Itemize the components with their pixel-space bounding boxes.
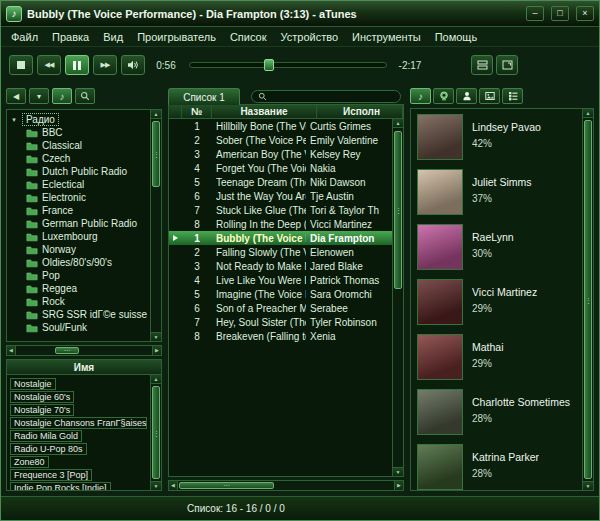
search-input[interactable] <box>271 91 394 101</box>
close-button[interactable]: × <box>576 6 594 21</box>
scroll-up-arrow[interactable]: ▲ <box>151 110 161 119</box>
scrollbar-thumb[interactable] <box>394 131 402 289</box>
scroll-down-arrow[interactable]: ▼ <box>583 481 593 490</box>
playlist-row[interactable]: 4 Live Like You Were Dying ... Patrick T… <box>169 273 392 287</box>
tree-item-station[interactable]: Norway <box>10 243 148 256</box>
playlist-vertical-scrollbar[interactable]: ▲ ▼ <box>392 119 403 476</box>
stop-button[interactable] <box>9 55 33 75</box>
radio-station-item[interactable]: Nostalgie <box>10 378 56 390</box>
scroll-right-arrow[interactable]: ▶ <box>394 481 403 490</box>
playlist-row[interactable]: 5 Teenage Dream (The Voic... Niki Dawson <box>169 175 392 189</box>
seek-thumb[interactable] <box>264 59 274 71</box>
tree-item-station[interactable]: Eclectical <box>10 178 148 191</box>
nav-dropdown-button[interactable]: ▾ <box>29 88 49 104</box>
radio-station-item[interactable]: Frequence 3 [Pop] <box>10 469 92 481</box>
playlist-row[interactable]: 3 Not Ready to Make Nice (... Jared Blak… <box>169 259 392 273</box>
tree-item-station[interactable]: German Public Radio <box>10 217 148 230</box>
menu-item[interactable]: Инструменты <box>345 29 428 45</box>
playlist-horizontal-scrollbar[interactable]: ◀ ▶ <box>168 480 404 491</box>
title-bar[interactable]: ♪ Bubbly (The Voice Performance) - Dia F… <box>1 1 599 27</box>
playlist-search-box[interactable] <box>251 90 401 103</box>
scrollbar-thumb[interactable] <box>584 120 592 479</box>
artist-row[interactable]: Charlotte Sometimes 28% <box>417 389 577 444</box>
tab-artist[interactable] <box>456 88 477 104</box>
tree-item-station[interactable]: Pop <box>10 269 148 282</box>
artist-row[interactable]: RaeLynn 30% <box>417 224 577 279</box>
tree-item-station[interactable]: Luxembourg <box>10 230 148 243</box>
pause-button[interactable] <box>65 55 89 75</box>
scrollbar-thumb[interactable] <box>179 482 274 489</box>
nav-back-button[interactable]: ◀ <box>6 88 26 104</box>
scroll-up-arrow[interactable]: ▲ <box>393 119 403 128</box>
tree-item-station[interactable]: SRG SSR idГ©e suisse <box>10 308 148 321</box>
artist-row[interactable]: Juliet Simms 37% <box>417 169 577 224</box>
tree-item-station[interactable]: Oldies/80's/90's <box>10 256 148 269</box>
radio-list-scrollbar[interactable]: ▲ ▼ <box>150 375 161 490</box>
fullscreen-button[interactable] <box>496 55 518 75</box>
menu-item[interactable]: Вид <box>96 29 130 45</box>
swap-panels-button[interactable] <box>471 55 493 75</box>
column-header-number[interactable]: № <box>182 105 212 118</box>
artist-row[interactable]: Mathai 29% <box>417 334 577 389</box>
menu-item[interactable]: Правка <box>45 29 96 45</box>
radio-station-item[interactable]: Radio U-Pop 80s <box>10 443 87 455</box>
seek-track[interactable] <box>189 62 387 68</box>
scroll-down-arrow[interactable]: ▼ <box>151 481 161 490</box>
artist-row[interactable]: Vicci Martinez 29% <box>417 279 577 334</box>
radio-station-item[interactable]: Nostalgie 60's <box>10 391 74 403</box>
tree-item-station[interactable]: Soul/Funk <box>10 321 148 334</box>
playlist-row[interactable]: 6 Son of a Preacher Man (T... Serabee <box>169 301 392 315</box>
menu-item[interactable]: Файл <box>4 29 45 45</box>
playlist-row[interactable]: 4 Forget You (The Voice Pe... Nakia <box>169 161 392 175</box>
tab-similar-artists[interactable] <box>502 88 523 104</box>
tree-root-radio[interactable]: ▾ Радио <box>10 113 148 126</box>
tree-item-station[interactable]: Rock <box>10 295 148 308</box>
scroll-left-arrow[interactable]: ◀ <box>7 346 16 355</box>
tab-photos[interactable] <box>479 88 500 104</box>
artist-row[interactable]: Katrina Parker 28% <box>417 444 577 491</box>
scroll-right-arrow[interactable]: ▶ <box>152 346 161 355</box>
radio-station-item[interactable]: Radio Mila Gold <box>10 430 82 442</box>
search-tree-button[interactable] <box>75 88 95 104</box>
playlist-row[interactable]: 3 American Boy (The Voice ... Kelsey Rey <box>169 147 392 161</box>
volume-button[interactable] <box>121 55 145 75</box>
tab-video[interactable] <box>433 88 454 104</box>
scroll-down-arrow[interactable]: ▼ <box>151 332 161 341</box>
radio-station-item[interactable]: Nostalgie Chansons FranГ§aises <box>10 417 147 429</box>
scrollbar-thumb[interactable] <box>152 386 160 479</box>
playlist-row[interactable]: 6 Just the Way You Are (Th... Tje Austin <box>169 189 392 203</box>
playlist-row[interactable]: 8 Rolling In the Deep (The ... Vicci Mar… <box>169 217 392 231</box>
scroll-left-arrow[interactable]: ◀ <box>169 481 178 490</box>
playlist-row[interactable]: 7 Hey, Soul Sister (The Voic... Tyler Ro… <box>169 315 392 329</box>
artists-scrollbar[interactable]: ▲ ▼ <box>582 109 593 490</box>
tree-vertical-scrollbar[interactable]: ▲ ▼ <box>150 110 161 341</box>
tree-item-station[interactable]: Classical <box>10 139 148 152</box>
tree-horizontal-scrollbar[interactable]: ◀ ▶ <box>6 345 162 356</box>
column-header-artist[interactable]: Исполн <box>317 105 403 118</box>
tree-item-station[interactable]: Electronic <box>10 191 148 204</box>
next-button[interactable]: ▶▶ <box>93 55 117 75</box>
tree-item-station[interactable]: Czech <box>10 152 148 165</box>
tree-item-station[interactable]: Reggea <box>10 282 148 295</box>
scroll-down-arrow[interactable]: ▼ <box>393 467 403 476</box>
minimize-button[interactable]: – <box>526 6 544 21</box>
previous-button[interactable]: ◀◀ <box>37 55 61 75</box>
artist-row[interactable]: Lindsey Pavao 42% <box>417 114 577 169</box>
radio-station-item[interactable]: Nostalgie 70's <box>10 404 74 416</box>
column-header-title[interactable]: Название <box>212 105 317 118</box>
tree-item-station[interactable]: BBC <box>10 126 148 139</box>
radio-name-column-header[interactable]: Имя <box>6 359 162 375</box>
playlist-row[interactable]: 1 Hillbilly Bone (The Voice ... Curtis G… <box>169 119 392 133</box>
menu-item[interactable]: Устройство <box>273 29 345 45</box>
playlist-row[interactable]: 1 Bubbly (The Voice Perfo... Dia Frampto… <box>169 231 392 245</box>
playlist-row[interactable]: 5 Imagine (The Voice Perfo... Sara Oromc… <box>169 287 392 301</box>
expander-icon[interactable]: ▾ <box>10 116 18 124</box>
radio-station-item[interactable]: Zone80 <box>10 456 49 468</box>
tab-audio[interactable]: ♪ <box>410 88 431 104</box>
menu-item[interactable]: Помощь <box>428 29 485 45</box>
tree-item-station[interactable]: France <box>10 204 148 217</box>
maximize-button[interactable]: □ <box>551 6 569 21</box>
music-view-button[interactable]: ♪ <box>52 88 72 104</box>
scroll-up-arrow[interactable]: ▲ <box>583 109 593 118</box>
scrollbar-thumb[interactable] <box>55 347 79 354</box>
